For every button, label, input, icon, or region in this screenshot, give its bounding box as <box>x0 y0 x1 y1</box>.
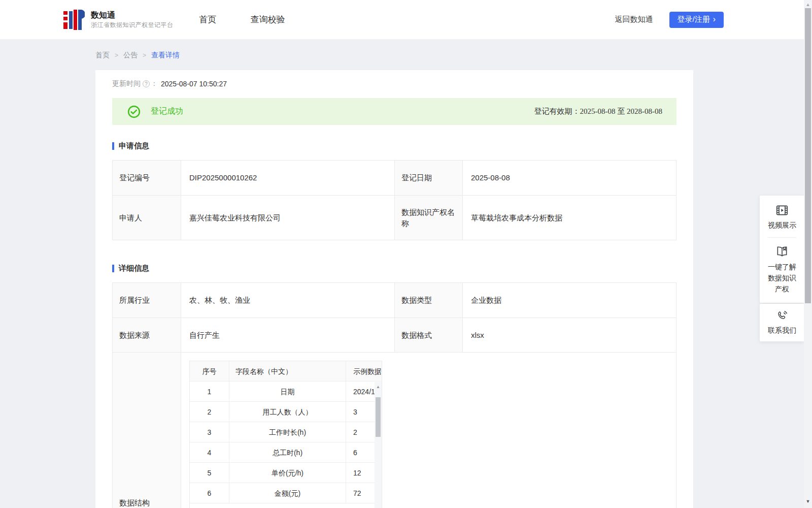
validity-label: 登记有效期： <box>534 107 580 115</box>
page: 数知通 浙江省数据知识产权登记平台 首页 查询校验 返回数知通 登录/注册 › … <box>0 0 812 508</box>
table-row: 6金额(元)72 <box>190 483 382 503</box>
breadcrumb-separator: > <box>115 52 118 59</box>
table-cell: 日期 <box>229 382 346 401</box>
table-row: 1日期2024/1/1 <box>190 382 382 402</box>
table-cell: 单价(元/h) <box>229 463 346 483</box>
success-check-icon <box>127 105 141 118</box>
inner-scrollbar-thumb[interactable] <box>376 397 381 437</box>
data-ip-name: 草莓栽培农事成本分析数据 <box>463 196 676 240</box>
video-demo-item[interactable]: 视频展示 <box>763 204 801 230</box>
breadcrumb-current: 查看详情 <box>151 51 180 60</box>
logo-text: 数知通 浙江省数据知识产权登记平台 <box>91 10 174 29</box>
section-detail-info: 详细信息 <box>112 264 676 273</box>
login-register-label: 登录/注册 <box>678 15 710 24</box>
table-cell: 5 <box>190 463 229 483</box>
table-row: 2用工人数（人）3 <box>190 402 382 422</box>
logo-subtitle: 浙江省数据知识产权登记平台 <box>91 20 174 29</box>
table-row: 数据结构 序号 字段名称（中文） 示例数据 1日期2024/1/12用工人数（人… <box>113 353 676 508</box>
registration-date: 2025-08-08 <box>463 161 676 196</box>
top-header: 数知通 浙江省数据知识产权登记平台 首页 查询校验 返回数知通 登录/注册 › <box>0 0 812 40</box>
login-register-button[interactable]: 登录/注册 › <box>669 12 724 28</box>
table-label: 数据知识产权名称 <box>395 196 463 240</box>
scroll-down-arrow-icon[interactable]: ▼ <box>804 499 812 504</box>
video-icon <box>775 204 789 217</box>
chevron-right-icon: › <box>713 15 716 23</box>
table-row: 4总工时(h)6 <box>190 442 382 463</box>
content-card: 更新时间 ? ： 2025-08-07 10:50:27 登记成功 登记有效期：… <box>95 70 693 508</box>
back-to-shuzhitong-link[interactable]: 返回数知通 <box>615 15 653 24</box>
banner-status: 登记成功 <box>127 105 183 118</box>
data-format-value: xlsx <box>463 318 676 353</box>
help-icon[interactable]: ? <box>143 80 150 87</box>
table-row: 登记编号 DIP2025000010262 登记日期 2025-08-08 <box>113 161 676 196</box>
contact-widget[interactable]: 联系我们 <box>760 304 804 341</box>
table-cell: 用工人数（人） <box>229 402 346 422</box>
table-label: 登记日期 <box>395 161 463 196</box>
page-scrollbar[interactable]: ▲ ▼ <box>804 0 812 508</box>
table-label: 所属行业 <box>113 283 181 318</box>
logo[interactable]: 数知通 浙江省数据知识产权登记平台 <box>63 9 174 31</box>
scroll-up-arrow-icon[interactable]: ▲ <box>804 2 812 7</box>
update-time-row: 更新时间 ? ： 2025-08-07 10:50:27 <box>112 79 676 88</box>
breadcrumb-separator: > <box>143 52 146 59</box>
inner-scrollbar[interactable]: ▲ <box>375 382 382 508</box>
table-label: 数据来源 <box>113 318 181 353</box>
structure-table-body: 1日期2024/1/12用工人数（人）33工作时长(h)24总工时(h)65单价… <box>190 382 382 503</box>
table-cell: 总工时(h) <box>229 442 346 462</box>
logo-icon <box>63 9 85 31</box>
structure-table-header: 序号 字段名称（中文） 示例数据 <box>190 361 382 382</box>
nav-item-query-verify[interactable]: 查询校验 <box>248 0 288 40</box>
update-time-label: 更新时间 <box>112 79 141 88</box>
column-header: 序号 <box>190 361 229 381</box>
table-cell: 2 <box>190 402 229 422</box>
section-application-title: 申请信息 <box>119 141 149 151</box>
table-cell: 1 <box>190 382 229 401</box>
table-row: 5单价(元/h)12 <box>190 463 382 483</box>
column-header: 字段名称（中文） <box>229 361 346 381</box>
data-source-value: 自行产生 <box>181 318 395 353</box>
table-cell: 4 <box>190 442 229 462</box>
application-info-table: 登记编号 DIP2025000010262 登记日期 2025-08-08 申请… <box>112 160 676 240</box>
learn-data-ip-item[interactable]: 一键了解数据知识产权 <box>763 245 801 295</box>
data-structure-label: 数据结构 <box>113 353 181 508</box>
data-type-value: 企业数据 <box>463 283 676 318</box>
table-label: 登记编号 <box>113 161 181 196</box>
validity-value: 2025-08-08 至 2028-08-08 <box>580 107 662 115</box>
status-text: 登记成功 <box>151 106 183 117</box>
update-time-value: 2025-08-07 10:50:27 <box>161 80 227 88</box>
success-banner: 登记成功 登记有效期：2025-08-08 至 2028-08-08 <box>112 98 676 125</box>
table-row: 申请人 嘉兴佳莓农业科技有限公司 数据知识产权名称 草莓栽培农事成本分析数据 <box>113 196 676 240</box>
breadcrumb-announcement[interactable]: 公告 <box>123 51 138 60</box>
table-cell: 3 <box>190 422 229 442</box>
breadcrumb: 首页 > 公告 > 查看详情 <box>0 40 812 60</box>
validity-period: 登记有效期：2025-08-08 至 2028-08-08 <box>534 107 662 116</box>
applicant-name: 嘉兴佳莓农业科技有限公司 <box>181 196 395 240</box>
breadcrumb-home[interactable]: 首页 <box>95 51 110 60</box>
table-row: 所属行业 农、林、牧、渔业 数据类型 企业数据 <box>113 283 676 318</box>
logo-title: 数知通 <box>91 10 174 20</box>
update-time-colon: ： <box>151 79 158 88</box>
learn-data-ip-label: 一键了解数据知识产权 <box>767 261 797 295</box>
industry-value: 农、林、牧、渔业 <box>181 283 395 318</box>
table-label: 申请人 <box>113 196 181 240</box>
divider <box>768 237 796 238</box>
section-detail-title: 详细信息 <box>119 264 149 273</box>
table-label: 数据格式 <box>395 318 463 353</box>
section-application-info: 申请信息 <box>112 141 676 151</box>
scroll-up-arrow-icon[interactable]: ▲ <box>375 385 382 389</box>
data-structure-cell: 序号 字段名称（中文） 示例数据 1日期2024/1/12用工人数（人）33工作… <box>181 353 676 508</box>
detail-info-table: 所属行业 农、林、牧、渔业 数据类型 企业数据 数据来源 自行产生 数据格式 x… <box>112 282 676 508</box>
page-scrollbar-thumb[interactable] <box>805 8 811 303</box>
section-bar <box>112 142 114 150</box>
section-bar <box>112 265 114 272</box>
phone-icon <box>776 310 788 322</box>
table-row: 3工作时长(h)2 <box>190 422 382 442</box>
top-nav: 首页 查询校验 <box>196 0 288 40</box>
table-cell: 金额(元) <box>229 483 346 503</box>
nav-item-home[interactable]: 首页 <box>196 0 220 40</box>
contact-us-label: 联系我们 <box>763 325 801 335</box>
table-label: 数据类型 <box>395 283 463 318</box>
structure-table: 序号 字段名称（中文） 示例数据 1日期2024/1/12用工人数（人）33工作… <box>189 361 382 508</box>
table-row: 数据来源 自行产生 数据格式 xlsx <box>113 318 676 353</box>
column-header: 示例数据 <box>346 361 382 381</box>
